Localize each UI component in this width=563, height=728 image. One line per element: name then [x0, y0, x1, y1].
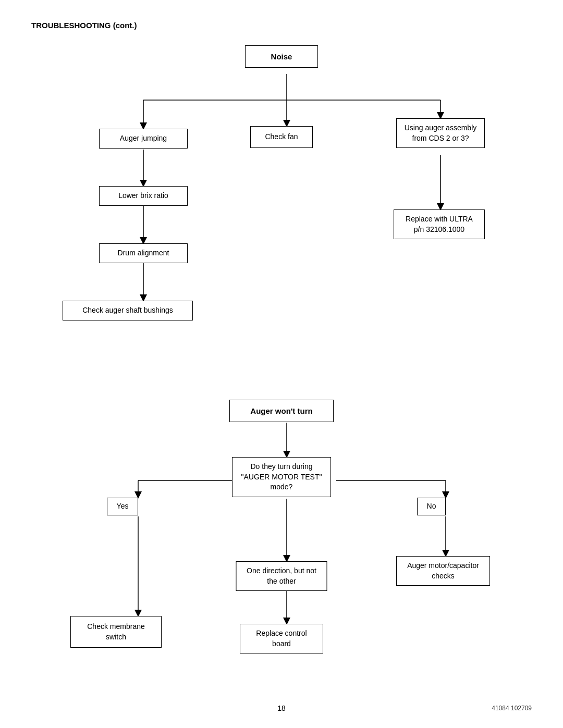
check-auger-shaft-box: Check auger shaft bushings [63, 301, 193, 320]
no-box: No [417, 498, 446, 515]
page-number: 18 [277, 704, 286, 712]
diagram2-auger: Auger won't turn Do they turn during "AU… [31, 400, 532, 692]
auger-jumping-box: Auger jumping [99, 129, 188, 149]
replace-ultra-box: Replace with ULTRA p/n 32106.1000 [394, 209, 485, 239]
page-footer: 18 41084 102709 [0, 704, 563, 712]
check-fan-box: Check fan [250, 126, 313, 148]
doc-number: 41084 102709 [492, 705, 532, 712]
drum-alignment-box: Drum alignment [99, 243, 188, 263]
lower-brix-box: Lower brix ratio [99, 186, 188, 206]
auger-motor-box: Auger motor/capacitor checks [396, 556, 490, 586]
diagram1-noise: Noise Auger jumping Check fan Using auge… [31, 45, 532, 358]
using-auger-box: Using auger assembly from CDS 2 or 3? [396, 118, 485, 148]
do-they-turn-box: Do they turn during "AUGER MOTOR TEST" m… [232, 457, 331, 497]
one-direction-box: One direction, but not the other [236, 561, 327, 591]
check-membrane-box: Check membrane switch [70, 616, 162, 648]
auger-wont-turn-box: Auger won't turn [229, 400, 334, 422]
yes-box: Yes [107, 498, 138, 515]
noise-box: Noise [245, 45, 318, 68]
replace-control-box: Replace control board [240, 624, 323, 653]
page-title: TROUBLESHOOTING (cont.) [31, 21, 532, 30]
